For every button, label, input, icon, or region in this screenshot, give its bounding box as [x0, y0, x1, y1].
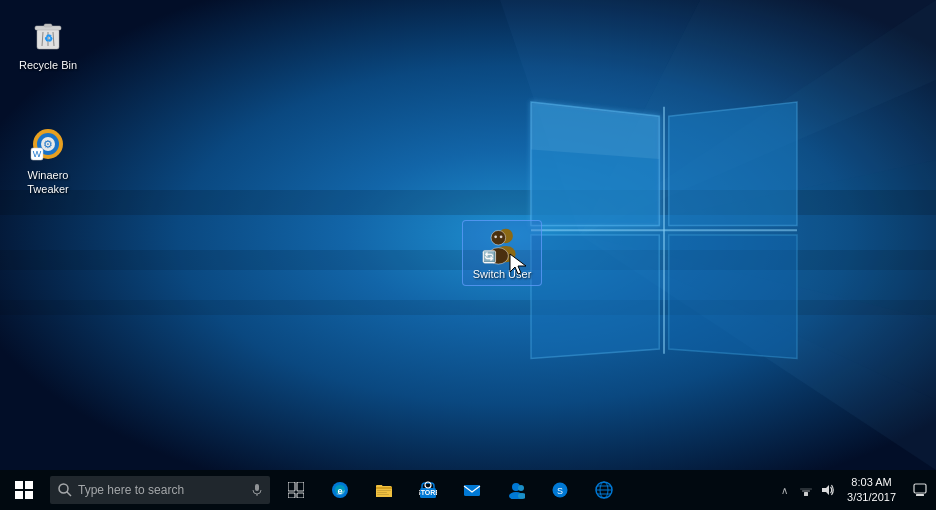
svg-rect-41	[15, 481, 23, 489]
svg-text:S: S	[557, 486, 563, 496]
taskbar: Type here to search e	[0, 470, 936, 510]
svg-rect-58	[377, 490, 391, 491]
skype-button[interactable]: S	[538, 470, 582, 510]
svg-rect-77	[802, 490, 810, 492]
svg-point-34	[491, 230, 506, 245]
browser-button[interactable]	[582, 470, 626, 510]
winaero-tweaker-label: Winaero Tweaker	[12, 168, 84, 197]
desktop: ♻ Recycle Bin ⚙ W Winaero Tweaker	[0, 0, 936, 470]
svg-rect-59	[377, 492, 387, 493]
svg-rect-60	[377, 494, 389, 495]
system-tray: ∧ 8:03 AM 3/31/2017	[773, 470, 936, 510]
svg-rect-81	[916, 494, 924, 496]
network-icon[interactable]	[795, 470, 817, 510]
search-text: Type here to search	[78, 483, 248, 497]
svg-rect-76	[804, 492, 808, 496]
svg-rect-43	[15, 491, 23, 499]
winaero-tweaker-icon[interactable]: ⚙ W Winaero Tweaker	[8, 120, 88, 201]
file-explorer-button[interactable]	[362, 470, 406, 510]
svg-marker-13	[669, 102, 797, 226]
switch-user-image: 🔄	[482, 225, 522, 265]
store-button[interactable]: STORE	[406, 470, 450, 510]
clock[interactable]: 8:03 AM 3/31/2017	[839, 470, 904, 510]
switch-user-icon[interactable]: 🔄 Switch User	[462, 220, 542, 286]
svg-marker-14	[531, 235, 659, 359]
microphone-icon	[252, 483, 262, 497]
svg-line-46	[67, 492, 71, 496]
action-center-icon	[913, 483, 927, 497]
svg-marker-15	[669, 235, 797, 359]
svg-rect-80	[914, 484, 926, 493]
svg-text:♻: ♻	[44, 33, 53, 44]
svg-rect-42	[25, 481, 33, 489]
task-view-button[interactable]	[274, 470, 318, 510]
svg-rect-78	[800, 488, 812, 490]
svg-rect-21	[44, 24, 52, 27]
svg-rect-44	[25, 491, 33, 499]
time-display: 8:03 AM	[851, 475, 891, 490]
svg-text:STORE: STORE	[419, 489, 437, 496]
svg-rect-51	[288, 493, 295, 498]
people-button[interactable]	[494, 470, 538, 510]
svg-text:W: W	[33, 149, 42, 159]
volume-icon[interactable]	[817, 470, 839, 510]
search-bar[interactable]: Type here to search	[50, 476, 270, 504]
winaero-tweaker-image: ⚙ W	[28, 124, 68, 164]
date-display: 3/31/2017	[847, 490, 896, 505]
svg-rect-52	[297, 493, 304, 498]
search-icon	[58, 483, 72, 497]
edge-browser-button[interactable]: e	[318, 470, 362, 510]
svg-text:🔄: 🔄	[483, 250, 496, 263]
svg-rect-64	[464, 485, 480, 496]
recycle-bin-image: ♻	[28, 14, 68, 54]
svg-rect-49	[288, 482, 295, 491]
svg-point-45	[59, 484, 68, 493]
svg-marker-79	[822, 485, 829, 495]
action-center-button[interactable]	[904, 470, 936, 510]
svg-rect-50	[297, 482, 304, 491]
recycle-bin-label: Recycle Bin	[12, 58, 84, 72]
mail-button[interactable]	[450, 470, 494, 510]
svg-marker-18	[531, 102, 659, 159]
taskbar-apps: e STORE	[274, 470, 626, 510]
recycle-bin-icon[interactable]: ♻ Recycle Bin	[8, 10, 88, 76]
svg-rect-57	[376, 487, 392, 489]
svg-text:⚙: ⚙	[43, 138, 53, 150]
wifi-icon	[799, 483, 813, 497]
svg-rect-47	[255, 484, 259, 491]
svg-text:e: e	[337, 486, 342, 496]
start-button[interactable]	[0, 470, 48, 510]
show-hidden-icons-button[interactable]: ∧	[773, 470, 795, 510]
svg-point-67	[518, 485, 524, 491]
svg-point-36	[494, 235, 497, 238]
svg-point-37	[500, 235, 503, 238]
switch-user-label: Switch User	[467, 267, 537, 281]
speaker-icon	[821, 483, 835, 497]
